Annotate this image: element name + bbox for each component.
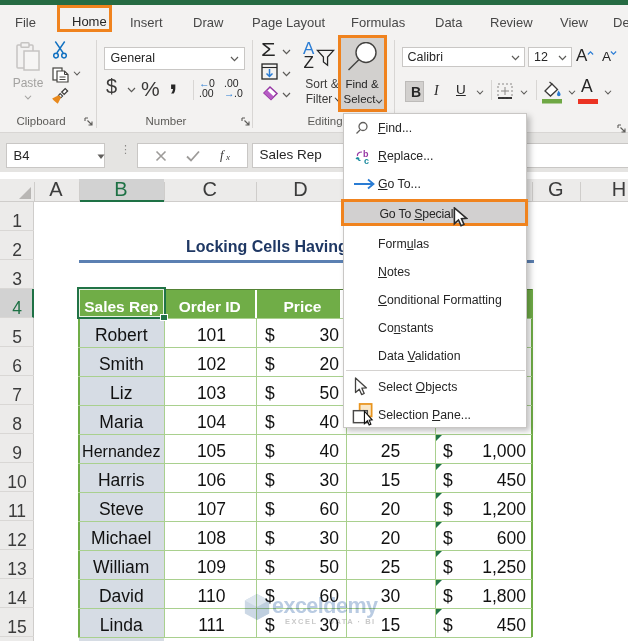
svg-text:c: c (364, 156, 369, 165)
